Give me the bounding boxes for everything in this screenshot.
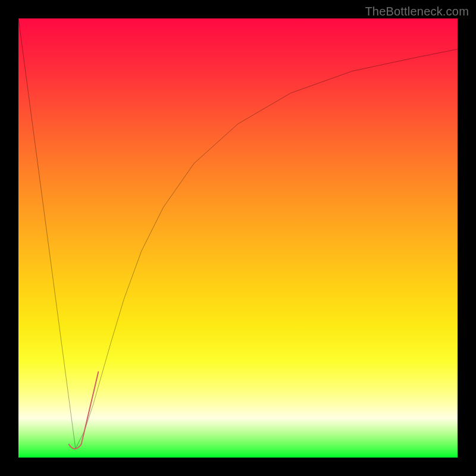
chart-frame: TheBottleneck.com — [0, 0, 476, 476]
curve-overlay — [18, 18, 458, 458]
accent-j-mark — [69, 372, 98, 449]
right-curve — [76, 49, 458, 449]
curve-group — [18, 18, 458, 449]
plot-area — [18, 18, 458, 458]
watermark-text: TheBottleneck.com — [365, 5, 469, 18]
left-line — [18, 18, 76, 449]
